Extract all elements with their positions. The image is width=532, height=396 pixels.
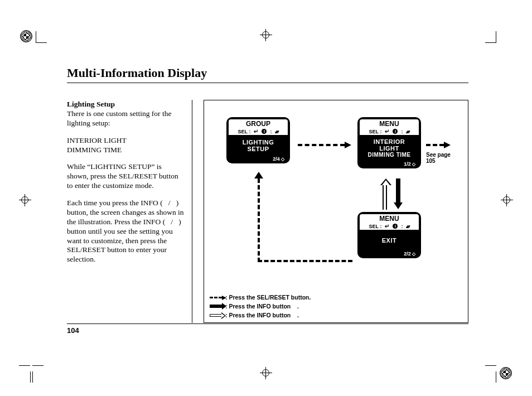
setting-name-line1: INTERIOR LIGHT (67, 136, 127, 144)
registration-mark-cross (19, 194, 31, 206)
lcd-header: MENU (360, 214, 419, 223)
registration-mark-cross (501, 194, 513, 206)
info-icon: i (393, 129, 398, 134)
registration-mark-sun (20, 30, 32, 42)
legend: : Press the SEL/RESET button. : Press th… (210, 292, 311, 319)
crop-mark (478, 365, 496, 383)
arrow-sel-reset (298, 144, 345, 146)
registration-mark-sun (500, 367, 512, 379)
lcd-screen-lighting-setup: GROUP SEL : i: LIGHTING SETUP 2/4 (226, 117, 290, 163)
lcd-body-line: LIGHT (367, 145, 410, 152)
lcd-footer: 1/2 (360, 161, 419, 167)
enter-icon (385, 223, 389, 229)
lcd-footer: 2/4 (229, 156, 288, 162)
page-title: Multi-Information Display (67, 66, 468, 83)
lcd-header: MENU (360, 119, 419, 128)
legend-row-info-solid: : Press the INFO button . (210, 302, 311, 310)
lcd-screen-interior-light: MENU SEL : i: INTERIOR LIGHT DIMMING TIM… (357, 117, 421, 168)
enter-icon (385, 128, 389, 134)
arrow-sel-reset-return (258, 178, 352, 262)
arrow-sel-reset (426, 144, 444, 146)
updown-icon (406, 224, 409, 229)
lcd-body-line: EXIT (382, 237, 396, 244)
lcd-screen-exit: MENU SEL : i: EXIT 2/2 (357, 212, 421, 258)
info-icon: i (393, 224, 398, 229)
section-subhead: Lighting Setup (67, 100, 115, 108)
body-text-column: Lighting Setup There is one custom setti… (67, 100, 192, 323)
page-number: 104 (67, 323, 468, 335)
setting-name-line2: DIMMING TIME (67, 146, 122, 154)
info-icon: i (262, 129, 267, 134)
updown-icon (406, 129, 409, 134)
lcd-footer: 2/2 (360, 251, 419, 257)
crop-mark (36, 26, 54, 44)
paragraph-2: While “LIGHTING SETUP” is shown, press t… (67, 162, 184, 191)
legend-solid-arrow-icon (210, 305, 222, 308)
lcd-body-line: INTERIOR (367, 138, 410, 145)
paragraph-3: Each time you press the INFO ( / ) butto… (67, 199, 184, 264)
legend-text: : Press the INFO button . (225, 303, 299, 310)
legend-text: : Press the INFO button . (225, 312, 299, 318)
updown-icon (275, 129, 278, 134)
enter-icon (254, 128, 258, 134)
legend-row-sel-reset: : Press the SEL/RESET button. (210, 293, 311, 301)
arrowhead-up-icon (254, 172, 263, 178)
legend-row-info-hollow: : Press the INFO button . (210, 311, 311, 319)
crop-mark (478, 26, 496, 44)
legend-text: : Press the SEL/RESET button. (225, 294, 311, 301)
see-page-note: See page105 (426, 152, 451, 164)
crop-mark (32, 365, 50, 383)
lcd-sel-row: SEL : i: (360, 223, 419, 230)
registration-mark-cross (260, 29, 272, 41)
diagram: GROUP SEL : i: LIGHTING SETUP 2/4 MENU S… (204, 100, 468, 323)
legend-hollow-arrow-icon (210, 314, 222, 317)
registration-mark-cross (260, 367, 272, 379)
lcd-body-line: SETUP (243, 146, 274, 152)
lcd-sel-row: SEL : i: (229, 128, 288, 135)
lcd-sel-row: SEL : i: (360, 128, 419, 135)
arrow-info-up (383, 185, 387, 210)
legend-dash-arrow-icon (210, 297, 222, 298)
lcd-body-line: LIGHTING (243, 139, 274, 146)
arrow-info-down (396, 178, 400, 204)
paragraph-1: There is one custom setting for the ligh… (67, 109, 171, 127)
lcd-header: GROUP (229, 119, 288, 128)
lcd-body-line: DIMMING TIME (367, 152, 410, 158)
